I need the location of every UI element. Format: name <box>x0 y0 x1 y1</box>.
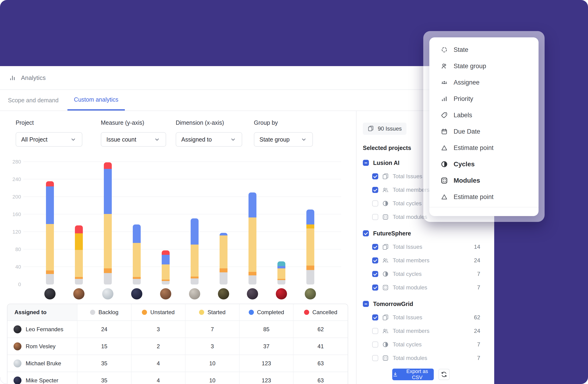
stacked-bar[interactable] <box>133 225 141 285</box>
project-header[interactable]: FutureSphere <box>357 226 494 240</box>
bar-segment-completed <box>220 233 228 235</box>
project-name: TomorrowGrid <box>373 301 413 307</box>
metric-checkbox[interactable] <box>372 173 378 179</box>
tab-scope-and-demand[interactable]: Scope and demand <box>8 90 60 111</box>
metric-value: 7 <box>477 271 480 277</box>
menu-item-cycles[interactable]: Cycles <box>441 156 539 172</box>
project-select[interactable]: All Project <box>16 132 82 147</box>
stacked-bar[interactable] <box>162 250 170 285</box>
table-header-row: Assigned to Backlog Unstarted Started Co… <box>7 304 348 320</box>
menu-item-estimate-point-2[interactable]: Estimate point <box>441 189 539 205</box>
metric-checkbox[interactable] <box>372 201 378 206</box>
bar-segment-cancelled <box>104 162 112 169</box>
avatar <box>14 377 21 384</box>
project-header[interactable]: TomorrowGrid <box>357 297 494 311</box>
metric-row[interactable]: Total members 24 <box>357 254 494 267</box>
metric-checkbox[interactable] <box>372 314 378 320</box>
stacked-bar[interactable] <box>306 209 314 285</box>
metric-checkbox[interactable] <box>372 244 378 250</box>
table-row: Rom Vesley 15 2 3 37 41 <box>7 338 348 355</box>
menu-item-label: Estimate point <box>454 193 494 201</box>
metric-row[interactable]: Total cycles 7 <box>357 267 494 281</box>
metric-row[interactable]: Total modules 7 <box>357 351 494 365</box>
metric-checkbox[interactable] <box>372 328 378 334</box>
measure-select[interactable]: Issue count <box>101 132 166 147</box>
stacked-bar[interactable] <box>75 226 83 285</box>
assigned-to-header: Assigned to <box>7 304 78 320</box>
tab-custom-analytics[interactable]: Custom analytics <box>67 90 125 111</box>
filter-label: Group by <box>254 119 313 126</box>
project-checkbox[interactable] <box>363 230 369 236</box>
metric-row[interactable]: Total Issues 14 <box>357 240 494 254</box>
cell-completed: 85 <box>240 321 294 338</box>
project-checkbox[interactable] <box>363 301 369 307</box>
bar-segment-unstarted <box>46 271 54 274</box>
triangle-icon <box>441 144 448 152</box>
unstarted-dot-icon <box>142 310 147 315</box>
metric-row[interactable]: Total modules 7 <box>357 281 494 294</box>
menu-item-estimate-point[interactable]: Estimate point <box>441 140 539 156</box>
bar-segment-unstarted <box>133 277 141 279</box>
page-header: Analytics <box>0 66 494 90</box>
metric-checkbox[interactable] <box>372 214 378 220</box>
avatar <box>14 325 21 333</box>
stacked-bar[interactable] <box>220 233 228 285</box>
bar-segment-backlog <box>46 274 54 285</box>
menu-item-assignee[interactable]: Assignee <box>441 74 539 91</box>
bar-segment-started <box>104 214 112 268</box>
cell-unstarted: 4 <box>132 355 186 372</box>
metric-checkbox[interactable] <box>372 271 378 277</box>
issues-icon <box>382 243 389 250</box>
x-axis-avatar <box>276 288 287 299</box>
menu-item-state-group[interactable]: State group <box>441 58 539 74</box>
metric-checkbox[interactable] <box>372 187 378 193</box>
menu-item-label: Cycles <box>454 160 475 168</box>
bar-segment-unstarted <box>306 266 314 270</box>
bar-segment-completed <box>306 209 314 225</box>
menu-item-modules[interactable]: Modules <box>441 172 539 189</box>
stacked-bar[interactable] <box>277 261 285 285</box>
dimension-select[interactable]: Assigned to <box>176 132 242 147</box>
bar-segment-completed <box>162 255 170 264</box>
menu-item-label: State <box>454 46 468 53</box>
cell-cancelled: 41 <box>294 338 348 355</box>
bar-segment-backlog <box>191 278 199 285</box>
menu-item-priority[interactable]: Priority <box>441 91 539 107</box>
stacked-bar[interactable] <box>191 218 199 285</box>
chevron-down-icon <box>230 136 237 143</box>
metric-row[interactable]: Total cycles 7 <box>357 338 494 351</box>
cycles-icon <box>382 200 389 207</box>
metric-row[interactable]: Total members 24 <box>357 324 494 338</box>
refresh-button[interactable] <box>439 369 450 380</box>
export-csv-button[interactable]: Export as CSV <box>392 369 434 380</box>
menu-item-due-date[interactable]: Due Date <box>441 123 539 140</box>
filter-label: Dimension (x-axis) <box>176 119 242 126</box>
menu-item-labels[interactable]: Labels <box>441 107 539 123</box>
labels-icon <box>441 112 448 119</box>
metric-label: Total modules <box>393 284 427 291</box>
legend-unstarted: Unstarted <box>132 304 186 320</box>
metric-label: Total modules <box>393 214 427 220</box>
menu-item-state[interactable]: State <box>441 42 539 58</box>
assignee-name: Mike Specter <box>26 377 58 384</box>
metric-checkbox[interactable] <box>372 341 378 348</box>
modules-icon <box>382 284 389 291</box>
bar-segment-completed <box>104 169 112 214</box>
metric-label: Total Issues <box>393 244 422 250</box>
project-checkbox[interactable] <box>363 160 369 166</box>
metric-checkbox[interactable] <box>372 257 378 264</box>
table-row: Michael Bruke 35 4 10 123 63 <box>7 355 348 372</box>
bar-segment-backlog <box>249 275 256 285</box>
metric-value: 7 <box>477 341 480 348</box>
issues-icon <box>382 314 389 321</box>
group-by-select[interactable]: State group <box>254 132 313 147</box>
stacked-bar[interactable] <box>104 162 112 285</box>
stacked-bar-chart: 04080120160200240280 <box>0 156 348 285</box>
metric-row[interactable]: Total Issues 62 <box>357 311 494 324</box>
stacked-bar[interactable] <box>46 181 54 285</box>
bar-segment-unstarted <box>220 268 228 272</box>
stacked-bar[interactable] <box>249 192 256 285</box>
metric-checkbox[interactable] <box>372 285 378 291</box>
bar-segment-completed <box>277 266 285 268</box>
metric-checkbox[interactable] <box>372 355 378 361</box>
